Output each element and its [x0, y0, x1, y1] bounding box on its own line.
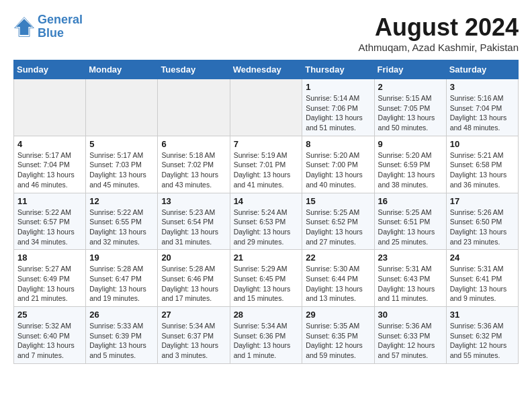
calendar-cell: 4Sunrise: 5:17 AM Sunset: 7:04 PM Daylig…: [14, 136, 86, 193]
logo-line1: General: [38, 13, 83, 26]
day-number: 15: [306, 196, 370, 206]
calendar-cell: 29Sunrise: 5:35 AM Sunset: 6:35 PM Dayli…: [302, 307, 374, 364]
day-info: Sunrise: 5:35 AM Sunset: 6:35 PM Dayligh…: [306, 321, 370, 361]
day-info: Sunrise: 5:22 AM Sunset: 6:55 PM Dayligh…: [89, 208, 154, 247]
day-number: 10: [450, 139, 515, 149]
calendar-week-2: 4Sunrise: 5:17 AM Sunset: 7:04 PM Daylig…: [14, 136, 519, 193]
day-info: Sunrise: 5:33 AM Sunset: 6:39 PM Dayligh…: [89, 321, 154, 361]
day-number: 25: [17, 310, 82, 320]
day-number: 21: [234, 253, 299, 263]
day-number: 16: [378, 196, 443, 206]
title-block: August 2024 Athmuqam, Azad Kashmir, Paki…: [359, 13, 519, 53]
day-number: 19: [89, 253, 154, 263]
calendar-cell: 25Sunrise: 5:32 AM Sunset: 6:40 PM Dayli…: [14, 307, 86, 364]
calendar-cell: 1Sunrise: 5:14 AM Sunset: 7:06 PM Daylig…: [302, 79, 374, 136]
calendar-cell: 28Sunrise: 5:34 AM Sunset: 6:36 PM Dayli…: [230, 307, 302, 364]
calendar-body: 1Sunrise: 5:14 AM Sunset: 7:06 PM Daylig…: [14, 79, 519, 364]
calendar-week-5: 25Sunrise: 5:32 AM Sunset: 6:40 PM Dayli…: [14, 307, 519, 364]
day-number: 17: [450, 196, 515, 206]
calendar-cell: 12Sunrise: 5:22 AM Sunset: 6:55 PM Dayli…: [86, 193, 158, 250]
calendar-cell: 20Sunrise: 5:28 AM Sunset: 6:46 PM Dayli…: [158, 250, 230, 307]
day-number: 23: [378, 253, 443, 263]
header-cell-wednesday: Wednesday: [230, 60, 302, 79]
calendar-cell: 27Sunrise: 5:34 AM Sunset: 6:37 PM Dayli…: [158, 307, 230, 364]
calendar-subtitle: Athmuqam, Azad Kashmir, Pakistan: [359, 42, 519, 53]
day-number: 29: [306, 310, 370, 320]
day-number: 5: [89, 139, 154, 149]
calendar-cell: 16Sunrise: 5:25 AM Sunset: 6:51 PM Dayli…: [374, 193, 446, 250]
day-info: Sunrise: 5:31 AM Sunset: 6:43 PM Dayligh…: [378, 264, 443, 304]
day-info: Sunrise: 5:17 AM Sunset: 7:04 PM Dayligh…: [17, 150, 82, 190]
day-info: Sunrise: 5:34 AM Sunset: 6:36 PM Dayligh…: [234, 321, 299, 361]
calendar-title: August 2024: [359, 13, 519, 42]
day-info: Sunrise: 5:16 AM Sunset: 7:04 PM Dayligh…: [450, 93, 515, 133]
day-info: Sunrise: 5:17 AM Sunset: 7:03 PM Dayligh…: [89, 150, 154, 190]
calendar-cell: 3Sunrise: 5:16 AM Sunset: 7:04 PM Daylig…: [446, 79, 518, 136]
day-number: 22: [306, 253, 370, 263]
day-number: 9: [378, 139, 443, 149]
logo: General Blue: [13, 13, 83, 40]
day-number: 20: [161, 253, 226, 263]
day-number: 14: [234, 196, 299, 206]
calendar-cell: 18Sunrise: 5:27 AM Sunset: 6:49 PM Dayli…: [14, 250, 86, 307]
header-cell-sunday: Sunday: [14, 60, 86, 79]
calendar-cell: 24Sunrise: 5:31 AM Sunset: 6:41 PM Dayli…: [446, 250, 518, 307]
header-cell-saturday: Saturday: [446, 60, 518, 79]
day-number: 6: [161, 139, 226, 149]
calendar-cell: 7Sunrise: 5:19 AM Sunset: 7:01 PM Daylig…: [230, 136, 302, 193]
day-info: Sunrise: 5:36 AM Sunset: 6:32 PM Dayligh…: [450, 321, 515, 361]
day-info: Sunrise: 5:15 AM Sunset: 7:05 PM Dayligh…: [378, 93, 443, 133]
calendar-cell: 10Sunrise: 5:21 AM Sunset: 6:58 PM Dayli…: [446, 136, 518, 193]
day-number: 26: [89, 310, 154, 320]
calendar-cell: 26Sunrise: 5:33 AM Sunset: 6:39 PM Dayli…: [86, 307, 158, 364]
day-number: 30: [378, 310, 443, 320]
calendar-cell: 14Sunrise: 5:24 AM Sunset: 6:53 PM Dayli…: [230, 193, 302, 250]
day-info: Sunrise: 5:22 AM Sunset: 6:57 PM Dayligh…: [17, 208, 82, 247]
calendar-cell: 8Sunrise: 5:20 AM Sunset: 7:00 PM Daylig…: [302, 136, 374, 193]
day-number: 27: [161, 310, 226, 320]
calendar-week-4: 18Sunrise: 5:27 AM Sunset: 6:49 PM Dayli…: [14, 250, 519, 307]
day-number: 28: [234, 310, 299, 320]
calendar-table: SundayMondayTuesdayWednesdayThursdayFrid…: [13, 60, 519, 364]
calendar-cell: 22Sunrise: 5:30 AM Sunset: 6:44 PM Dayli…: [302, 250, 374, 307]
day-info: Sunrise: 5:20 AM Sunset: 6:59 PM Dayligh…: [378, 150, 443, 190]
calendar-cell: 23Sunrise: 5:31 AM Sunset: 6:43 PM Dayli…: [374, 250, 446, 307]
calendar-cell: 13Sunrise: 5:23 AM Sunset: 6:54 PM Dayli…: [158, 193, 230, 250]
day-number: 8: [306, 139, 370, 149]
header-cell-tuesday: Tuesday: [158, 60, 230, 79]
calendar-cell: 19Sunrise: 5:28 AM Sunset: 6:47 PM Dayli…: [86, 250, 158, 307]
day-info: Sunrise: 5:23 AM Sunset: 6:54 PM Dayligh…: [161, 208, 226, 247]
header-row: SundayMondayTuesdayWednesdayThursdayFrid…: [14, 60, 519, 79]
logo-text: General Blue: [38, 13, 83, 40]
day-info: Sunrise: 5:34 AM Sunset: 6:37 PM Dayligh…: [161, 321, 226, 361]
day-number: 3: [450, 82, 515, 92]
calendar-cell: [14, 79, 86, 136]
day-info: Sunrise: 5:21 AM Sunset: 6:58 PM Dayligh…: [450, 150, 515, 190]
day-info: Sunrise: 5:30 AM Sunset: 6:44 PM Dayligh…: [306, 264, 370, 304]
calendar-cell: 31Sunrise: 5:36 AM Sunset: 6:32 PM Dayli…: [446, 307, 518, 364]
logo-line2: Blue: [38, 26, 64, 40]
header-cell-monday: Monday: [86, 60, 158, 79]
day-number: 12: [89, 196, 154, 206]
day-info: Sunrise: 5:32 AM Sunset: 6:40 PM Dayligh…: [17, 321, 82, 361]
day-info: Sunrise: 5:29 AM Sunset: 6:45 PM Dayligh…: [234, 264, 299, 304]
day-info: Sunrise: 5:19 AM Sunset: 7:01 PM Dayligh…: [234, 150, 299, 190]
day-number: 24: [450, 253, 515, 263]
calendar-cell: 11Sunrise: 5:22 AM Sunset: 6:57 PM Dayli…: [14, 193, 86, 250]
day-info: Sunrise: 5:24 AM Sunset: 6:53 PM Dayligh…: [234, 208, 299, 247]
day-number: 7: [234, 139, 299, 149]
logo-icon: [13, 16, 35, 38]
day-info: Sunrise: 5:36 AM Sunset: 6:33 PM Dayligh…: [378, 321, 443, 361]
day-info: Sunrise: 5:28 AM Sunset: 6:46 PM Dayligh…: [161, 264, 226, 304]
day-info: Sunrise: 5:18 AM Sunset: 7:02 PM Dayligh…: [161, 150, 226, 190]
day-info: Sunrise: 5:14 AM Sunset: 7:06 PM Dayligh…: [306, 93, 370, 133]
header-cell-friday: Friday: [374, 60, 446, 79]
day-info: Sunrise: 5:31 AM Sunset: 6:41 PM Dayligh…: [450, 264, 515, 304]
calendar-cell: [86, 79, 158, 136]
calendar-cell: [158, 79, 230, 136]
day-info: Sunrise: 5:27 AM Sunset: 6:49 PM Dayligh…: [17, 264, 82, 304]
day-info: Sunrise: 5:25 AM Sunset: 6:51 PM Dayligh…: [378, 208, 443, 247]
calendar-cell: 2Sunrise: 5:15 AM Sunset: 7:05 PM Daylig…: [374, 79, 446, 136]
calendar-week-1: 1Sunrise: 5:14 AM Sunset: 7:06 PM Daylig…: [14, 79, 519, 136]
calendar-cell: 9Sunrise: 5:20 AM Sunset: 6:59 PM Daylig…: [374, 136, 446, 193]
